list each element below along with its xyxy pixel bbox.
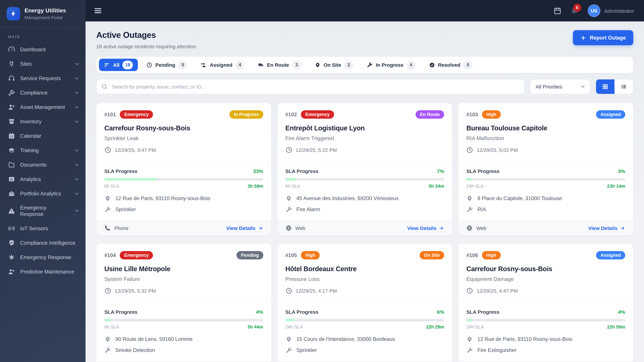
sla-duration: 6h SLA — [104, 325, 119, 330]
map-pin-icon — [285, 195, 292, 202]
sla-label: SLA Progress — [285, 168, 318, 174]
clock-icon — [285, 146, 292, 153]
user-menu[interactable]: US Administrator — [588, 4, 634, 17]
plus-icon — [580, 35, 586, 41]
address: 12 Rue de Paris, 93110 Rosny-sous-Bois — [116, 195, 210, 201]
sidebar-item-asset-management[interactable]: Asset Management — [0, 100, 86, 114]
chevron-down-icon — [74, 162, 80, 167]
sidebar-item-compliance-intelligence[interactable]: Compliance Intelligence — [0, 236, 86, 250]
clock-icon — [466, 146, 474, 153]
tab-all[interactable]: All 18 — [99, 59, 138, 71]
wrench-icon — [466, 347, 473, 354]
reported-time: 12/29/25, 5:02 PM — [477, 147, 518, 153]
sidebar-item-emergency-response[interactable]: Emergency Response — [0, 201, 86, 221]
contact-method: Phone — [114, 225, 128, 231]
sidebar-item-inventory[interactable]: Inventory — [0, 114, 86, 129]
sla-percent: 6% — [437, 309, 444, 315]
view-details-link[interactable]: View Details — [407, 225, 444, 231]
sidebar-item-analytics[interactable]: Analytics — [0, 172, 86, 186]
property-name: Bureau Toulouse Capitole — [466, 124, 625, 132]
sla-duration: 24h SLA — [466, 325, 484, 330]
equipment: Sprinkler — [116, 206, 136, 213]
chevron-down-icon — [74, 148, 80, 153]
tab-in-progress[interactable]: In Progress 4 — [362, 59, 420, 71]
priority-badge: High — [482, 251, 501, 259]
truck-icon — [258, 62, 264, 68]
sidebar-item-label: Portfolio Analytics — [20, 190, 69, 197]
sidebar-item-iot-sensors[interactable]: IoT Sensors — [0, 221, 86, 236]
equipment: Sprinkler — [296, 347, 317, 353]
address: 12 Rue de Paris, 93110 Rosny-sous-Bois — [478, 336, 572, 342]
priority-badge: Emergency — [120, 251, 153, 259]
view-details-link[interactable]: View Details — [588, 225, 625, 231]
sidebar-item-compliance[interactable]: Compliance — [0, 85, 86, 100]
bar-chart-icon — [8, 176, 15, 183]
sidebar-item-predictive-maintenance[interactable]: Predictive Maintenance — [0, 265, 86, 279]
outage-card: #103 High Assigned Bureau Toulouse Capit… — [458, 103, 633, 236]
calendar-icon — [8, 132, 15, 139]
outage-id: #105 — [285, 252, 297, 258]
sidebar-item-service-requests[interactable]: Service Requests — [0, 71, 86, 85]
sidebar-item-label: Calendar — [20, 133, 80, 139]
sidebar-item-documents[interactable]: Documents — [0, 158, 86, 172]
gauge-icon — [8, 46, 15, 53]
status-badge: On Site — [420, 251, 444, 259]
wrench-icon — [367, 62, 373, 68]
sidebar-item-label: Training — [20, 147, 69, 154]
status-badge: Assigned — [596, 110, 625, 119]
address: 90 Route de Lens, 59160 Lomme — [116, 336, 192, 342]
worker-gear-icon — [8, 104, 15, 111]
tab-resolved[interactable]: Resolved 0 — [424, 59, 478, 71]
issue-label: Fire Alarm Triggered — [285, 135, 444, 141]
tab-en-route[interactable]: En Route 3 — [253, 59, 306, 71]
map-pin-icon — [104, 336, 111, 343]
contact-method: Web — [476, 225, 486, 231]
search-input[interactable] — [96, 79, 524, 94]
list-view-button[interactable] — [614, 79, 633, 94]
tab-count-badge: 5 — [178, 60, 187, 69]
priority-badge: High — [301, 251, 320, 259]
wrench-icon — [104, 206, 111, 213]
tab-count-badge: 2 — [344, 60, 353, 69]
tab-assigned[interactable]: Assigned 4 — [196, 59, 250, 71]
topbar: 6 US Administrator — [86, 0, 644, 21]
sidebar-item-dashboard[interactable]: Dashboard — [0, 42, 86, 57]
report-outage-button[interactable]: Report Outage — [573, 30, 633, 45]
sidebar-item-label: Emergency Response — [20, 204, 69, 218]
notifications-bell-icon[interactable]: 6 — [570, 6, 579, 15]
sla-percent: 7% — [437, 168, 444, 174]
priority-filter-select[interactable]: All Priorities — [530, 79, 590, 94]
search-icon — [101, 83, 108, 90]
avatar: US — [588, 4, 600, 17]
grid-view-button[interactable] — [596, 79, 614, 94]
property-name: Entrepôt Logistique Lyon — [285, 124, 444, 132]
sla-remaining: 22h 29m — [426, 325, 444, 330]
address: 8 Place du Capitole, 31000 Toulouse — [478, 195, 562, 201]
tab-pending[interactable]: Pending 5 — [141, 59, 192, 71]
chevron-down-icon — [74, 191, 80, 196]
outage-id: #104 — [104, 252, 116, 258]
menu-icon[interactable] — [94, 6, 102, 15]
sla-label: SLA Progress — [285, 309, 318, 315]
sla-percent: 4% — [618, 309, 625, 315]
view-details-link[interactable]: View Details — [226, 225, 263, 231]
sidebar-item-calendar[interactable]: Calendar — [0, 129, 86, 143]
brand-subtitle: Management Portal — [24, 15, 66, 20]
sidebar-item-training[interactable]: Training — [0, 143, 86, 158]
calendar-icon[interactable] — [553, 7, 561, 15]
sla-remaining: 22h 59m — [607, 325, 625, 330]
page-content: Active Outages 18 active outage incident… — [86, 21, 644, 362]
sla-progress-bar — [466, 319, 625, 322]
equipment: Smoke Detection — [116, 347, 155, 353]
outage-cards-grid: #101 Emergency In Progress Carrefour Ros… — [96, 103, 633, 362]
reported-time: 12/29/25, 3:47 PM — [115, 147, 156, 153]
sidebar-item-label: Predictive Maintenance — [20, 268, 80, 275]
sidebar-item-sites[interactable]: Sites — [0, 57, 86, 71]
wrench-icon — [466, 206, 473, 213]
sidebar-item-emergency-response-2[interactable]: Emergency Response — [0, 250, 86, 265]
sidebar-item-label: Compliance — [20, 89, 69, 96]
sidebar-item-label: Compliance Intelligence — [20, 240, 80, 246]
arrow-right-icon — [620, 225, 625, 231]
sidebar-item-portfolio-analytics[interactable]: Portfolio Analytics — [0, 186, 86, 201]
tab-on-site[interactable]: On Site 2 — [310, 59, 358, 71]
